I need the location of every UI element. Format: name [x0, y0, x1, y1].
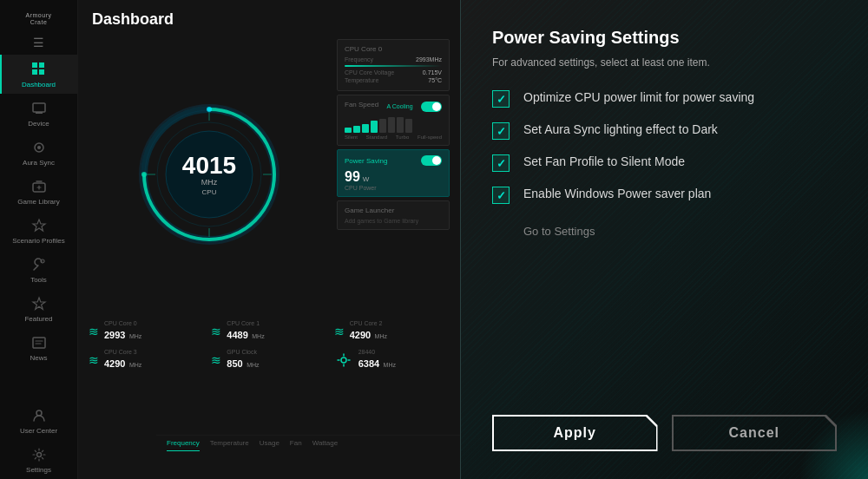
power-saving-toggle[interactable] [421, 155, 442, 166]
svg-point-11 [36, 410, 42, 416]
sidebar: Armoury Crate ☰ Dashboard [0, 0, 78, 479]
wave-icon-4: ≋ [211, 353, 221, 367]
checkbox-cpu-power[interactable]: ✓ [492, 90, 510, 108]
tools-icon [30, 255, 49, 274]
game-launcher-card: Game Launcher Add games to Game library [337, 200, 450, 230]
page-title: Dashboard [92, 10, 446, 29]
goto-settings: Go to Settings [492, 218, 837, 245]
cpu-gauge: 4015 MHz CPU [131, 96, 287, 253]
gauge-sublabel: CPU [182, 188, 236, 196]
sidebar-item-user-center[interactable]: User Center [0, 401, 77, 440]
tab-frequency[interactable]: Frequency [167, 439, 200, 451]
gauge-area: 4015 MHz CPU [89, 36, 330, 313]
wave-icon-0: ≋ [89, 325, 99, 338]
dialog-buttons: Apply Cancel [492, 415, 837, 451]
metric-gpu-clock: ≋ GPU Clock 850 MHz [211, 349, 326, 371]
settings-icon [30, 445, 49, 464]
metric-extra: 28440 6384 MHz [334, 349, 450, 371]
tab-temperature[interactable]: Temperature [210, 439, 249, 451]
sidebar-bottom: User Center Settings [0, 401, 77, 479]
svg-rect-3 [39, 69, 44, 75]
dashboard-body: 4015 MHz CPU CPU Core 0 Frequency 2993MH… [78, 36, 460, 313]
scenario-icon [30, 216, 49, 235]
dashboard-icon [30, 60, 49, 79]
cpu-core-card: CPU Core 0 Frequency 2993MHz CPU Core Vo… [337, 39, 450, 91]
dialog-title: Power Saving Settings [492, 28, 837, 48]
sidebar-item-tools[interactable]: Tools [0, 250, 77, 289]
sidebar-item-settings[interactable]: Settings [0, 440, 77, 479]
gauge-center: 4015 MHz CPU [182, 154, 236, 196]
sidebar-item-device[interactable]: Device [0, 94, 77, 133]
user-icon [30, 406, 49, 425]
checkbox-aura-sync[interactable]: ✓ [492, 122, 510, 140]
sidebar-item-featured[interactable]: Featured [0, 289, 77, 328]
cpu-core-title: CPU Core 0 [345, 45, 442, 53]
wave-icon-2: ≋ [334, 325, 345, 338]
svg-rect-10 [33, 338, 45, 348]
wave-icon-1: ≋ [211, 325, 221, 338]
cancel-button[interactable]: Cancel [672, 415, 838, 451]
apply-button[interactable]: Apply [492, 415, 658, 451]
dialog-option-cpu-power[interactable]: ✓ Optimize CPU power limit for power sav… [492, 89, 837, 108]
dialog-subtitle: For advanced settings, select at least o… [492, 56, 837, 69]
svg-point-9 [41, 259, 44, 263]
tab-fan[interactable]: Fan [290, 439, 302, 451]
metric-cpu-core-1: ≋ CPU Core 1 4489 MHz [211, 320, 326, 342]
svg-point-12 [36, 453, 41, 457]
option-label-aura-sync: Set Aura Sync lighting effect to Dark [523, 121, 718, 137]
svg-rect-0 [32, 62, 37, 68]
goto-settings-link[interactable]: Go to Settings [523, 225, 595, 238]
tab-usage[interactable]: Usage [260, 439, 279, 451]
app-logo: Armoury Crate [0, 7, 77, 32]
svg-rect-2 [32, 69, 37, 75]
power-saving-card: Power Saving 99 W CPU Power [337, 149, 450, 197]
svg-rect-1 [39, 62, 44, 68]
app-window: Armoury Crate ☰ Dashboard [0, 0, 460, 479]
fan-toggle[interactable] [421, 102, 442, 112]
svg-point-7 [37, 146, 41, 149]
gauge-value: 4015 [182, 154, 236, 178]
bottom-metrics: ≋ CPU Core 0 2993 MHz ≋ CPU Core 1 4489 … [78, 313, 460, 377]
aura-icon [30, 138, 49, 157]
option-label-cpu-power: Optimize CPU power limit for power savin… [523, 89, 754, 105]
fan-speed-bar [345, 115, 442, 133]
device-icon [30, 99, 49, 118]
wave-icon-3: ≋ [89, 353, 99, 367]
svg-rect-5 [36, 112, 43, 114]
sidebar-item-dashboard[interactable]: Dashboard [0, 55, 77, 94]
stats-panel: CPU Core 0 Frequency 2993MHz CPU Core Vo… [337, 36, 450, 313]
sidebar-item-game-library[interactable]: Game Library [0, 172, 77, 211]
main-content: Dashboard [78, 0, 460, 479]
gauge-unit: MHz [182, 178, 236, 187]
bottom-tabs: Frequency Temperature Usage Fan Wattage [156, 435, 460, 455]
sidebar-item-aura-sync[interactable]: Aura Sync [0, 133, 77, 172]
main-header: Dashboard [78, 0, 460, 36]
dialog-option-fan-profile[interactable]: ✓ Set Fan Profile to Silent Mode [492, 154, 837, 172]
sidebar-item-news[interactable]: News [0, 328, 77, 367]
hamburger-icon[interactable]: ☰ [33, 36, 44, 49]
checkbox-windows-power[interactable]: ✓ [492, 187, 510, 204]
metric-cpu-core-2: ≋ CPU Core 2 4290 MHz [334, 320, 450, 342]
fan-speed-card: Fan Speed A Cooling [337, 95, 450, 146]
tab-wattage[interactable]: Wattage [312, 439, 339, 451]
news-icon [30, 333, 49, 352]
option-label-fan-profile: Set Fan Profile to Silent Mode [523, 154, 685, 169]
dialog-panel: Power Saving Settings For advanced setti… [460, 0, 868, 479]
svg-rect-4 [33, 103, 45, 112]
metric-cpu-core-3: ≋ CPU Core 3 4290 MHz [89, 349, 204, 371]
option-label-windows-power: Enable Windows Power saver plan [523, 186, 711, 201]
dialog-option-aura-sync[interactable]: ✓ Set Aura Sync lighting effect to Dark [492, 121, 837, 140]
checkbox-fan-profile[interactable]: ✓ [492, 154, 510, 172]
metric-cpu-core-0: ≋ CPU Core 0 2993 MHz [89, 320, 204, 342]
dialog-options: ✓ Optimize CPU power limit for power sav… [492, 89, 837, 394]
game-icon [30, 177, 49, 196]
svg-point-23 [341, 358, 346, 363]
svg-point-21 [207, 107, 212, 112]
featured-icon [30, 294, 49, 313]
svg-point-22 [141, 172, 147, 177]
dialog-option-windows-power[interactable]: ✓ Enable Windows Power saver plan [492, 186, 837, 204]
sidebar-item-scenario-profiles[interactable]: Scenario Profiles [0, 211, 77, 250]
